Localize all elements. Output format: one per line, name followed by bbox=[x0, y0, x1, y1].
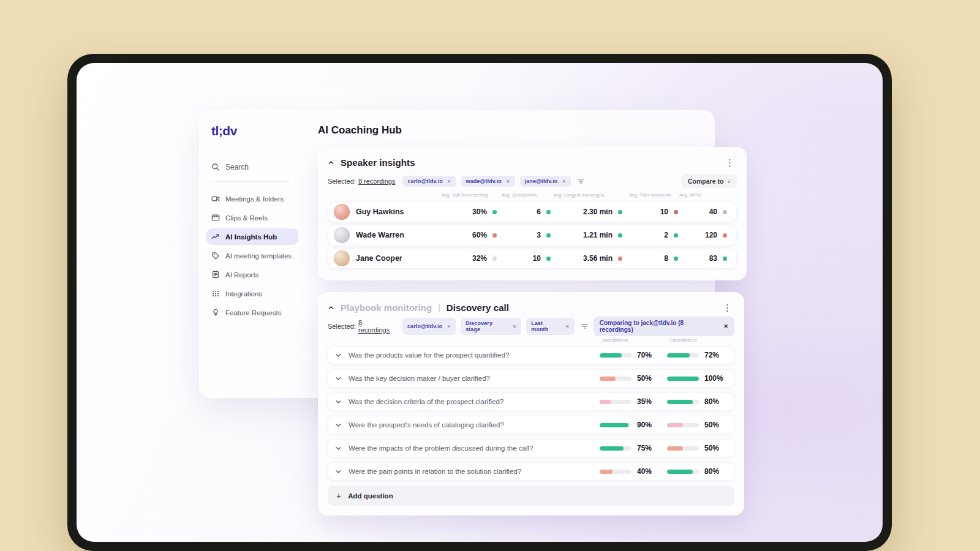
filter-funnel-icon[interactable] bbox=[581, 323, 589, 330]
integrations-grid-icon bbox=[211, 290, 220, 298]
playbook-filter-chips: carlo@tldv.io ✕ Discovery stage ✕ Last m… bbox=[402, 318, 575, 335]
chevron-down-icon[interactable] bbox=[335, 399, 342, 405]
status-dot bbox=[674, 257, 678, 261]
speaker-row[interactable]: Guy Hawkins 30% 6 2.30 min 10 40 bbox=[328, 201, 737, 222]
status-dot bbox=[546, 233, 551, 238]
close-icon[interactable]: ✕ bbox=[723, 323, 728, 329]
sidebar-item-ai-insights-hub[interactable]: AI Insights Hub bbox=[206, 228, 298, 245]
question-row[interactable]: Was the products value for the prospect … bbox=[328, 346, 734, 364]
score-bar-fill bbox=[600, 353, 622, 358]
page-title: AI Coaching Hub bbox=[318, 124, 402, 137]
chip-label: jane@tldv.io bbox=[525, 178, 558, 184]
chevron-down-icon[interactable] bbox=[335, 375, 342, 382]
score-bar-fill bbox=[667, 423, 683, 427]
search-icon bbox=[211, 163, 220, 171]
score-percent: 50% bbox=[704, 421, 719, 429]
clapperboard-icon bbox=[211, 214, 220, 222]
sidebar-divider bbox=[211, 181, 290, 182]
status-dot bbox=[492, 257, 497, 261]
status-dot bbox=[546, 210, 551, 214]
chevron-down-icon[interactable] bbox=[335, 422, 342, 429]
selected-recordings-link[interactable]: 8 recordings bbox=[358, 178, 396, 185]
status-dot bbox=[674, 233, 678, 238]
question-text: Was the products value for the prospect … bbox=[349, 351, 600, 359]
filter-chip[interactable]: carlo@tldv.io ✕ bbox=[402, 176, 456, 187]
speaker-row[interactable]: Jane Cooper 32% 10 3.56 min 8 83 bbox=[328, 248, 737, 269]
sidebar-item-ai-meeting-templates[interactable]: AI meeting templates bbox=[206, 247, 298, 264]
status-dot bbox=[546, 257, 551, 261]
question-row[interactable]: Was the decision criteria of the prospec… bbox=[328, 392, 734, 411]
sidebar-item-feature-requests[interactable]: Feature Requests bbox=[206, 304, 298, 321]
status-dot bbox=[618, 210, 622, 214]
metric-value: 3.56 min bbox=[583, 254, 612, 263]
score-bar-fill bbox=[600, 423, 628, 427]
chip-label: carlo@tldv.io bbox=[407, 323, 442, 329]
kebab-menu-icon[interactable]: ⋮ bbox=[723, 157, 737, 168]
chip-close-icon[interactable]: ✕ bbox=[447, 179, 451, 184]
comparing-to-chip[interactable]: Comparing to jack@tldv.io (8 recordings)… bbox=[594, 317, 734, 336]
sidebar-item-clips-reels[interactable]: Clips & Reels bbox=[206, 209, 298, 226]
score-bar-group: 80% bbox=[667, 397, 726, 406]
chip-label: carlo@tldv.io bbox=[407, 178, 442, 184]
metric-cell: 8 bbox=[622, 254, 678, 263]
score-bar-track bbox=[667, 423, 699, 427]
question-row[interactable]: Were the prospect's needs of cataloging … bbox=[328, 416, 734, 434]
question-row[interactable]: Was the key decision maker / buyer clari… bbox=[328, 369, 734, 388]
speaker-row[interactable]: Wade Warren 60% 3 1.21 min 2 120 bbox=[328, 225, 737, 246]
avatar bbox=[334, 227, 350, 243]
filter-chip[interactable]: wade@tldv.io ✕ bbox=[461, 176, 515, 187]
score-bar-fill bbox=[667, 446, 683, 451]
tldv-logo: tl;dv bbox=[211, 124, 302, 138]
lightbulb-icon bbox=[211, 309, 220, 317]
metric-value: 8 bbox=[664, 254, 668, 263]
question-row[interactable]: Were the pain points in relation to the … bbox=[328, 462, 734, 481]
question-scores: 50% 100% bbox=[600, 374, 726, 383]
collapse-chevron-up-icon[interactable] bbox=[328, 159, 334, 166]
question-scores: 70% 72% bbox=[600, 351, 726, 359]
playbook-monitoring-card: Playbook monitoring | Discovery call ⋮ S… bbox=[318, 292, 744, 515]
kebab-menu-icon[interactable]: ⋮ bbox=[720, 302, 734, 313]
filter-chip[interactable]: Discovery stage ✕ bbox=[461, 318, 521, 335]
chip-close-icon[interactable]: ✕ bbox=[506, 179, 510, 184]
compare-to-button[interactable]: Compare to › bbox=[681, 174, 737, 188]
column-header: Avg. Talk time/meeting bbox=[442, 192, 488, 198]
filter-chip[interactable]: Last month ✕ bbox=[526, 318, 574, 335]
filter-chip[interactable]: carlo@tldv.io ✕ bbox=[402, 318, 456, 335]
sidebar-item-ai-reports[interactable]: AI Reports bbox=[206, 266, 298, 283]
playbook-title-muted: Playbook monitoring bbox=[341, 302, 432, 313]
chevron-down-icon[interactable] bbox=[335, 352, 342, 359]
sidebar-item-integrations[interactable]: Integrations bbox=[206, 285, 298, 302]
selected-recordings-link[interactable]: 8 recordings bbox=[358, 319, 395, 334]
collapse-chevron-up-icon[interactable] bbox=[328, 304, 334, 311]
filter-chip[interactable]: jane@tldv.io ✕ bbox=[520, 176, 571, 187]
metric-value: 1.21 min bbox=[583, 231, 612, 239]
metric-cell: 30% bbox=[454, 208, 497, 216]
chip-label: wade@tldv.io bbox=[466, 178, 502, 184]
question-scores: 40% 80% bbox=[600, 467, 726, 476]
title-divider: | bbox=[438, 302, 440, 312]
question-row[interactable]: Were the impacts of the problem discusse… bbox=[328, 439, 734, 457]
metric-cell: 1.21 min bbox=[551, 231, 622, 239]
chevron-down-icon[interactable] bbox=[335, 468, 342, 475]
chip-close-icon[interactable]: ✕ bbox=[513, 324, 517, 329]
sidebar-item-meetings-folders[interactable]: Meetings & folders bbox=[206, 190, 298, 207]
chevron-down-icon[interactable] bbox=[335, 445, 342, 452]
chip-close-icon[interactable]: ✕ bbox=[562, 179, 566, 184]
chip-close-icon[interactable]: ✕ bbox=[565, 324, 570, 329]
insights-chart-icon bbox=[211, 233, 220, 241]
score-percent: 75% bbox=[637, 444, 652, 452]
score-bar-group: 80% bbox=[667, 467, 726, 476]
filter-funnel-icon[interactable] bbox=[577, 178, 585, 185]
playbook-questions: Was the products value for the prospect … bbox=[328, 346, 734, 481]
score-bar-group: 50% bbox=[667, 421, 726, 429]
metric-cell: 10 bbox=[622, 208, 678, 216]
question-text: Was the key decision maker / buyer clari… bbox=[349, 375, 600, 382]
search-button[interactable]: Search bbox=[211, 163, 302, 171]
add-question-label: Add question bbox=[348, 492, 393, 500]
add-question-button[interactable]: + Add question bbox=[328, 485, 734, 506]
score-bar-track bbox=[600, 470, 631, 474]
metric-cell: 40 bbox=[678, 208, 727, 216]
column-header: Avg. WPM bbox=[679, 192, 701, 198]
score-bar-fill bbox=[600, 377, 616, 381]
chip-close-icon[interactable]: ✕ bbox=[447, 324, 451, 329]
